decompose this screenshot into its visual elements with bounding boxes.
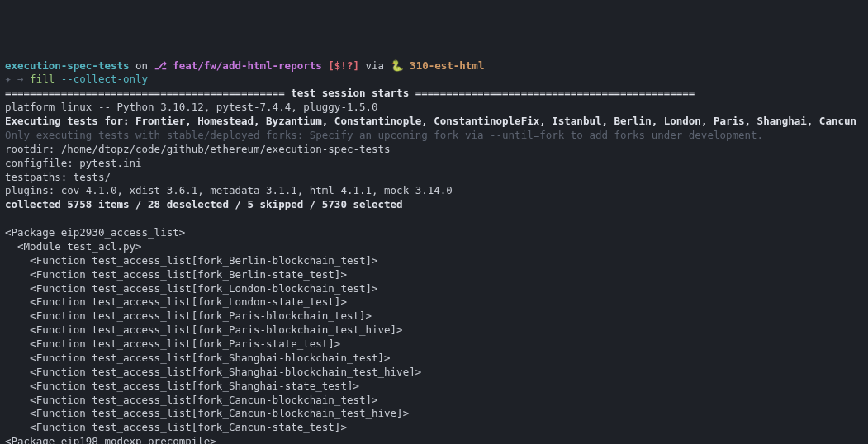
function-item: <Function test_access_list[fork_Paris-bl… bbox=[5, 309, 372, 322]
session-header: ========================================… bbox=[5, 87, 695, 99]
testpaths-line: testpaths: tests/ bbox=[5, 171, 111, 183]
executing-line: Executing tests for: Frontier, Homestead… bbox=[5, 115, 856, 127]
stable-note: Only executing tests with stable/deploye… bbox=[5, 129, 763, 141]
function-item: <Function test_access_list[fork_Berlin-s… bbox=[5, 268, 347, 281]
prompt-via: via bbox=[365, 59, 390, 72]
function-item: <Function test_access_list[fork_Paris-st… bbox=[5, 338, 340, 350]
module-1: <Module test_acl.py> bbox=[5, 240, 142, 253]
prompt-bullets: ✦ → bbox=[5, 73, 30, 85]
configfile-line: configfile: pytest.ini bbox=[5, 157, 142, 169]
plugins-line: plugins: cov-4.1.0, xdist-3.6.1, metadat… bbox=[5, 184, 453, 196]
function-item: <Function test_access_list[fork_Shanghai… bbox=[5, 352, 391, 364]
collected-line: collected 5758 items / 28 deselected / 5… bbox=[5, 198, 403, 210]
function-item: <Function test_access_list[fork_Cancun-b… bbox=[5, 394, 378, 406]
function-item: <Function test_access_list[fork_Shanghai… bbox=[5, 380, 359, 392]
platform-line: platform linux -- Python 3.10.12, pytest… bbox=[5, 101, 378, 113]
terminal[interactable]: execution-spec-tests on ⎇ feat/fw/add-ht… bbox=[5, 59, 863, 445]
vcs-status: [$!?] bbox=[322, 59, 366, 72]
repo-name: execution-spec-tests bbox=[5, 59, 130, 72]
branch-name: feat/fw/add-html-reports bbox=[173, 59, 322, 72]
function-item: <Function test_access_list[fork_Shanghai… bbox=[5, 366, 421, 378]
branch-icon: ⎇ bbox=[154, 59, 173, 72]
function-item: <Function test_access_list[fork_London-s… bbox=[5, 295, 347, 308]
package-2: <Package eip198_modexp_precompile> bbox=[5, 435, 216, 444]
command-args: --collect-only bbox=[55, 73, 148, 85]
rootdir-line: rootdir: /home/dtopz/code/github/ethereu… bbox=[5, 143, 391, 155]
command-name: fill bbox=[30, 73, 55, 85]
function-item: <Function test_access_list[fork_Cancun-s… bbox=[5, 421, 347, 433]
function-item: <Function test_access_list[fork_Berlin-b… bbox=[5, 254, 378, 267]
prompt-on: on bbox=[130, 59, 154, 72]
function-item: <Function test_access_list[fork_Cancun-b… bbox=[5, 407, 409, 419]
function-item: <Function test_access_list[fork_London-b… bbox=[5, 282, 378, 295]
function-item: <Function test_access_list[fork_Paris-bl… bbox=[5, 324, 403, 336]
python-icon: 🐍 bbox=[391, 59, 410, 72]
package-1: <Package eip2930_access_list> bbox=[5, 226, 185, 239]
python-env: 310-est-html bbox=[410, 59, 484, 72]
